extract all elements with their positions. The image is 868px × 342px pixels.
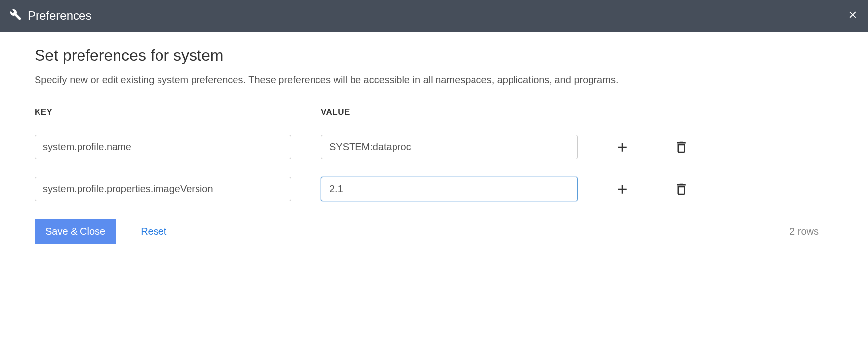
pref-key-input[interactable] [35,135,291,159]
column-header-key: KEY [35,107,291,117]
delete-row-button[interactable] [667,182,696,197]
pref-key-input[interactable] [35,177,291,201]
reset-button[interactable]: Reset [141,226,166,237]
wrench-icon [10,9,22,23]
footer-left: Save & Close Reset [35,219,166,244]
column-header-value: VALUE [321,107,578,117]
add-row-button[interactable] [607,182,637,197]
page-description: Specify new or edit existing system pref… [35,72,833,87]
dialog-header: Preferences [0,0,868,32]
row-count-label: 2 rows [789,226,819,237]
prefs-grid: KEY VALUE [35,107,833,201]
page-title: Set preferences for system [35,46,833,65]
save-close-button[interactable]: Save & Close [35,219,116,244]
header-left: Preferences [10,9,91,23]
pref-value-input[interactable] [321,177,578,201]
dialog-footer: Save & Close Reset 2 rows [35,219,833,244]
close-icon[interactable] [847,9,858,22]
dialog-content: Set preferences for system Specify new o… [0,32,868,259]
add-row-button[interactable] [607,140,637,155]
delete-row-button[interactable] [667,140,696,155]
dialog-title: Preferences [28,9,91,23]
pref-value-input[interactable] [321,135,578,159]
